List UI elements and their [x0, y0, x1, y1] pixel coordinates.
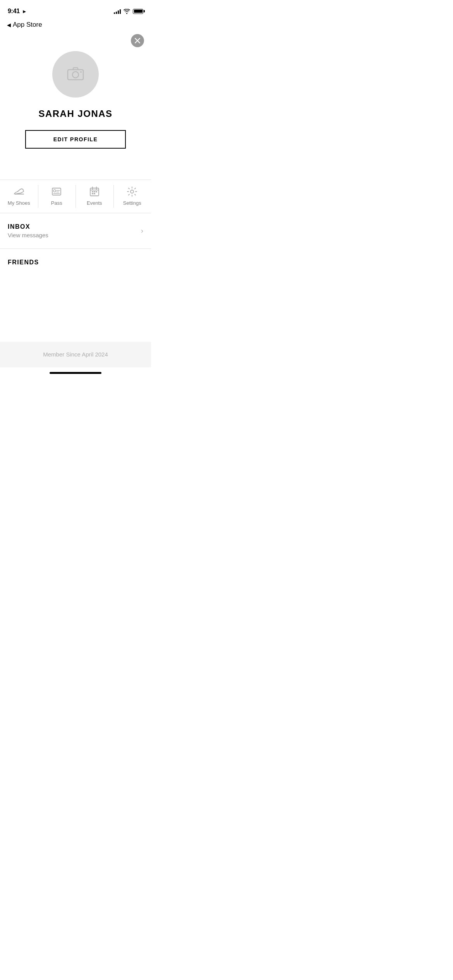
footer: Member Since April 2024: [0, 342, 151, 367]
inbox-section[interactable]: INBOX View messages ›: [0, 213, 151, 248]
tab-events[interactable]: Events: [76, 180, 113, 213]
location-arrow-icon: ►: [22, 9, 27, 14]
wifi-icon: [124, 9, 130, 14]
svg-rect-12: [92, 191, 93, 192]
profile-section: SARAH JONAS EDIT PROFILE: [0, 32, 151, 160]
battery-icon: [133, 9, 143, 14]
svg-rect-16: [94, 193, 95, 194]
tab-settings[interactable]: Settings: [113, 180, 151, 213]
avatar[interactable]: [52, 51, 99, 98]
svg-rect-14: [96, 191, 97, 192]
inbox-subtitle: View messages: [8, 232, 141, 238]
tab-settings-label: Settings: [123, 200, 141, 206]
svg-point-4: [53, 190, 56, 192]
app-store-label: App Store: [13, 21, 42, 29]
tab-my-shoes-label: My Shoes: [8, 200, 30, 206]
menu-tabs: My Shoes Pass: [0, 180, 151, 213]
friends-section: FRIENDS: [0, 249, 151, 326]
signal-icon: [114, 9, 121, 14]
close-icon: [135, 38, 140, 43]
status-left: 9:41 ►: [8, 8, 27, 15]
shoe-icon: [14, 186, 24, 197]
pass-icon: [51, 186, 62, 197]
close-button[interactable]: [131, 34, 144, 47]
svg-point-1: [72, 72, 79, 78]
svg-rect-13: [94, 191, 95, 192]
svg-rect-15: [92, 193, 93, 194]
svg-point-2: [80, 71, 82, 73]
tab-pass-label: Pass: [51, 200, 62, 206]
calendar-icon: [89, 186, 100, 197]
status-bar: 9:41 ►: [0, 0, 151, 19]
member-since-text: Member Since April 2024: [43, 351, 108, 358]
tab-pass[interactable]: Pass: [38, 180, 76, 213]
edit-profile-button[interactable]: EDIT PROFILE: [25, 130, 126, 149]
home-indicator: [0, 367, 151, 377]
home-bar: [50, 372, 101, 374]
status-time: 9:41: [8, 8, 20, 15]
back-arrow-icon: ◀: [7, 22, 11, 28]
inbox-content: INBOX View messages: [8, 223, 141, 238]
friends-title: FRIENDS: [8, 259, 143, 266]
tab-my-shoes[interactable]: My Shoes: [0, 180, 38, 213]
tab-events-label: Events: [87, 200, 102, 206]
profile-name: SARAH JONAS: [38, 108, 112, 119]
inbox-title: INBOX: [8, 223, 141, 230]
app-store-nav[interactable]: ◀ App Store: [0, 19, 151, 32]
chevron-right-icon: ›: [141, 227, 143, 235]
status-right: [114, 9, 143, 14]
svg-point-17: [130, 190, 134, 193]
camera-icon: [67, 67, 84, 82]
gear-icon: [127, 186, 137, 197]
